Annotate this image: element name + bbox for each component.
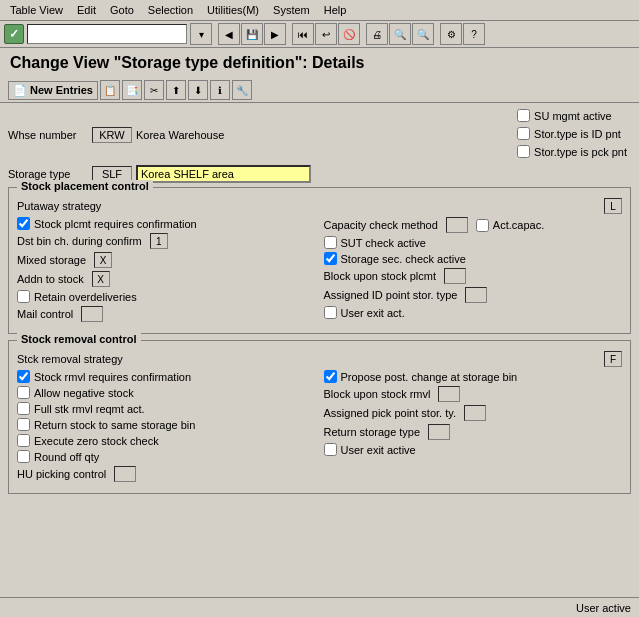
new-entries-icon: 📄 — [13, 84, 27, 97]
find-btn[interactable]: 🔍 — [389, 23, 411, 45]
stock-rmvl-confirm-row: Stock rmvl requires confirmation — [17, 370, 316, 383]
help-btn[interactable]: ? — [463, 23, 485, 45]
storage-type-input[interactable] — [136, 165, 311, 183]
stock-plcmt-confirm-checkbox[interactable] — [17, 217, 30, 230]
return-storage-type-input[interactable] — [428, 424, 450, 440]
stor-sec-check-row: Storage sec. check active — [324, 252, 623, 265]
su-mgmt-checkbox[interactable] — [517, 109, 530, 122]
find-next-btn[interactable]: 🔍 — [412, 23, 434, 45]
print-btn[interactable]: 🖨 — [366, 23, 388, 45]
stck-removal-strategy-input[interactable] — [604, 351, 622, 367]
retain-over-checkbox[interactable] — [17, 290, 30, 303]
status-bar: User active — [0, 597, 639, 617]
address-input[interactable] — [27, 24, 187, 44]
stor-id-checkbox[interactable] — [517, 127, 530, 140]
save-btn[interactable]: 💾 — [241, 23, 263, 45]
addn-stock-input[interactable] — [92, 271, 110, 287]
hu-picking-row: HU picking control — [17, 466, 316, 482]
full-stk-rmvl-row: Full stk rmvl reqmt act. — [17, 402, 316, 415]
mixed-storage-input[interactable] — [94, 252, 112, 268]
delete-icon-btn[interactable]: ✂ — [144, 80, 164, 100]
dst-bin-row: Dst bin ch. during confirm — [17, 233, 316, 249]
info-btn[interactable]: ℹ — [210, 80, 230, 100]
new-entries-button[interactable]: 📄 New Entries — [8, 81, 98, 100]
user-exit-active-row: User exit active — [324, 443, 623, 456]
return-stock-same-checkbox[interactable] — [17, 418, 30, 431]
sut-check-checkbox[interactable] — [324, 236, 337, 249]
block-stock-rmvl-row: Block upon stock rmvl — [324, 386, 623, 402]
mail-control-row: Mail control — [17, 306, 316, 322]
sap-check-icon[interactable]: ✓ — [4, 24, 24, 44]
stock-placement-title: Stock placement control — [17, 180, 153, 192]
detail-icon-btn[interactable]: 📋 — [100, 80, 120, 100]
dst-bin-label: Dst bin ch. during confirm — [17, 235, 142, 247]
cancel-btn[interactable]: 🚫 — [338, 23, 360, 45]
menu-tableview[interactable]: Table View — [4, 2, 69, 18]
propose-post-checkbox[interactable] — [324, 370, 337, 383]
back-btn[interactable]: ↩ — [315, 23, 337, 45]
block-stock-rmvl-input[interactable] — [438, 386, 460, 402]
whse-number-value: Korea Warehouse — [136, 129, 224, 141]
round-off-qty-checkbox[interactable] — [17, 450, 30, 463]
user-exit-act-checkbox[interactable] — [324, 306, 337, 319]
stck-removal-strategy-row: Stck removal strategy — [17, 351, 622, 367]
move-down-btn[interactable]: ⬇ — [188, 80, 208, 100]
menu-goto[interactable]: Goto — [104, 2, 140, 18]
next-btn[interactable]: ▶ — [264, 23, 286, 45]
allow-neg-stock-checkbox[interactable] — [17, 386, 30, 399]
mixed-storage-label: Mixed storage — [17, 254, 86, 266]
block-stock-plcmt-input[interactable] — [444, 268, 466, 284]
user-exit-active-label: User exit active — [341, 444, 416, 456]
sut-check-row: SUT check active — [324, 236, 623, 249]
mail-control-label: Mail control — [17, 308, 73, 320]
whse-number-code: KRW — [92, 127, 132, 143]
addn-stock-row: Addn to stock — [17, 271, 316, 287]
stock-rmvl-confirm-label: Stock rmvl requires confirmation — [34, 371, 191, 383]
move-up-btn[interactable]: ⬆ — [166, 80, 186, 100]
propose-post-row: Propose post. change at storage bin — [324, 370, 623, 383]
assigned-pick-input[interactable] — [464, 405, 486, 421]
menu-help[interactable]: Help — [318, 2, 353, 18]
stock-removal-title: Stock removal control — [17, 333, 141, 345]
mail-control-input[interactable] — [81, 306, 103, 322]
stor-sec-check-label: Storage sec. check active — [341, 253, 466, 265]
stck-removal-strategy-label: Stck removal strategy — [17, 353, 123, 365]
putaway-row: Putaway strategy — [17, 198, 622, 214]
dst-bin-input[interactable] — [150, 233, 168, 249]
whse-number-row: Whse number KRW Korea Warehouse SU mgmt … — [8, 109, 631, 161]
stock-rmvl-confirm-checkbox[interactable] — [17, 370, 30, 383]
menu-system[interactable]: System — [267, 2, 316, 18]
full-stk-rmvl-checkbox[interactable] — [17, 402, 30, 415]
first-btn[interactable]: ⏮ — [292, 23, 314, 45]
stock-removal-section: Stock removal control Stck removal strat… — [8, 340, 631, 494]
mixed-storage-row: Mixed storage — [17, 252, 316, 268]
config-btn[interactable]: 🔧 — [232, 80, 252, 100]
execute-zero-stock-checkbox[interactable] — [17, 434, 30, 447]
menu-utilities[interactable]: Utilities(M) — [201, 2, 265, 18]
user-exit-active-checkbox[interactable] — [324, 443, 337, 456]
settings-btn[interactable]: ⚙ — [440, 23, 462, 45]
stor-sec-check-checkbox[interactable] — [324, 252, 337, 265]
act-capac-checkbox[interactable] — [476, 219, 489, 232]
prev-btn[interactable]: ◀ — [218, 23, 240, 45]
execute-zero-stock-label: Execute zero stock check — [34, 435, 159, 447]
capacity-check-input[interactable] — [446, 217, 468, 233]
return-stock-same-label: Return stock to same storage bin — [34, 419, 195, 431]
block-stock-rmvl-label: Block upon stock rmvl — [324, 388, 431, 400]
stor-pck-checkbox[interactable] — [517, 145, 530, 158]
putaway-input[interactable] — [604, 198, 622, 214]
main-content: Whse number KRW Korea Warehouse SU mgmt … — [0, 103, 639, 506]
hu-picking-input[interactable] — [114, 466, 136, 482]
stock-plcmt-confirm-label: Stock plcmt requires confirmation — [34, 218, 197, 230]
return-storage-type-label: Return storage type — [324, 426, 421, 438]
dropdown-btn[interactable]: ▾ — [190, 23, 212, 45]
copy-icon-btn[interactable]: 📑 — [122, 80, 142, 100]
assigned-id-row: Assigned ID point stor. type — [324, 287, 623, 303]
toolbar: ✓ ▾ ◀ 💾 ▶ ⏮ ↩ 🚫 🖨 🔍 🔍 ⚙ ? — [0, 21, 639, 48]
round-off-qty-label: Round off qty — [34, 451, 99, 463]
menu-edit[interactable]: Edit — [71, 2, 102, 18]
assigned-id-input[interactable] — [465, 287, 487, 303]
menu-selection[interactable]: Selection — [142, 2, 199, 18]
user-active-label: User active — [576, 602, 631, 614]
hu-picking-label: HU picking control — [17, 468, 106, 480]
